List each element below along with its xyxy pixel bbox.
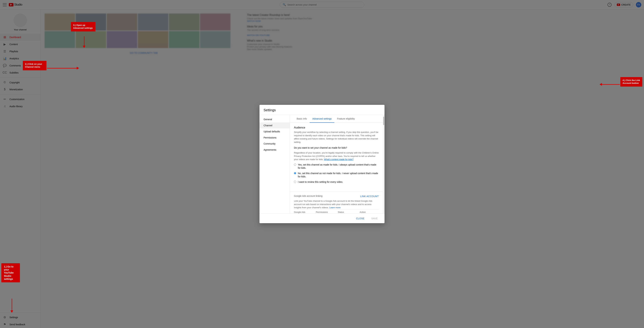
modal-header: Settings bbox=[260, 105, 322, 115]
annotation-2: 2.) Click on your Channel menu bbox=[23, 61, 46, 70]
audience-desc: Simplify your workflow by selecting a ch… bbox=[294, 131, 322, 144]
modal-body: General Channel Upload defaults Permissi… bbox=[260, 115, 322, 164]
audience-question-sub: Regardless of your location, you're lega… bbox=[294, 151, 322, 161]
audience-title: Audience bbox=[294, 126, 322, 129]
settings-modal: Settings General Channel Upload defaults… bbox=[260, 105, 322, 164]
radio-yes-label: Yes, set this channel as made for kids. … bbox=[298, 163, 322, 164]
modal-nav-upload-defaults[interactable]: Upload defaults bbox=[260, 129, 290, 135]
modal-sidebar: General Channel Upload defaults Permissi… bbox=[260, 115, 290, 164]
modal-tabs: Basic info Advanced settings Feature eli… bbox=[290, 115, 322, 123]
modal-title: Settings bbox=[264, 108, 322, 112]
modal-nav-permissions[interactable]: Permissions bbox=[260, 135, 290, 141]
modal-main-content: Basic info Advanced settings Feature eli… bbox=[290, 115, 322, 164]
audience-section: Audience Simplify your workflow by selec… bbox=[290, 123, 322, 164]
radio-yes[interactable] bbox=[294, 163, 296, 164]
tab-advanced-settings[interactable]: Advanced settings bbox=[310, 115, 322, 123]
modal-nav-channel[interactable]: Channel bbox=[260, 122, 290, 129]
radio-option-yes[interactable]: Yes, set this channel as made for kids. … bbox=[294, 163, 322, 164]
tab-basic-info[interactable]: Basic info bbox=[294, 115, 310, 123]
arrow-3 bbox=[83, 36, 86, 48]
modal-nav-general[interactable]: General bbox=[260, 116, 290, 122]
audience-question: Do you want to set your channel as made … bbox=[294, 146, 322, 149]
modal-nav-agreements[interactable]: Agreements bbox=[260, 147, 290, 153]
modal-nav-community[interactable]: Community bbox=[260, 141, 290, 147]
annotation-3: 3.) Open up Advanced settings bbox=[71, 22, 96, 32]
arrow-2 bbox=[47, 67, 79, 70]
